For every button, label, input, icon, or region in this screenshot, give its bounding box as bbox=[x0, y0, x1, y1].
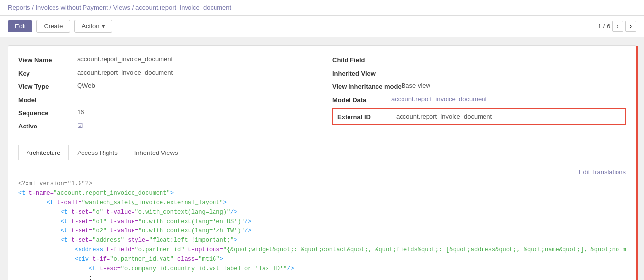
view-type-value: QWeb bbox=[77, 82, 95, 89]
view-name-row: View Name account.report_invoice_documen… bbox=[18, 55, 312, 64]
tabs: Architecture Access Rights Inherited Vie… bbox=[18, 145, 626, 160]
sequence-label: Sequence bbox=[18, 108, 77, 117]
key-value: account.report_invoice_document bbox=[77, 69, 173, 76]
model-label: Model bbox=[18, 95, 77, 103]
tab-content-architecture: Edit Translations <?xml version="1.0"?> … bbox=[18, 160, 626, 280]
edit-translations-button[interactable]: Edit Translations bbox=[18, 168, 626, 176]
external-id-row: External ID account.report_invoice_docum… bbox=[332, 108, 626, 125]
view-inheritance-mode-label: View inheritance mode bbox=[332, 82, 402, 90]
model-row: Model bbox=[18, 95, 312, 103]
toolbar: Edit Create Action ▾ 1 / 6 ‹ › bbox=[0, 16, 644, 37]
create-button[interactable]: Create bbox=[36, 20, 70, 33]
sequence-row: Sequence 16 bbox=[18, 108, 312, 117]
accent-bar bbox=[636, 46, 638, 280]
active-checkbox[interactable]: ☑ bbox=[77, 122, 83, 129]
code-block: <?xml version="1.0"?> <t t-name="account… bbox=[18, 179, 626, 280]
view-name-value: account.report_invoice_document bbox=[77, 55, 173, 63]
tab-inherited-views[interactable]: Inherited Views bbox=[126, 145, 187, 160]
breadcrumb: Reports / Invoices without Payment / Vie… bbox=[8, 4, 231, 11]
child-field-row: Child Field bbox=[332, 55, 626, 64]
form-right: Child Field Inherited View View inherita… bbox=[322, 55, 626, 135]
pagination-text: 1 / 6 bbox=[598, 23, 610, 30]
form-grid: View Name account.report_invoice_documen… bbox=[18, 55, 626, 135]
inherited-view-label: Inherited View bbox=[332, 69, 391, 77]
model-data-label: Model Data bbox=[332, 95, 391, 103]
chevron-down-icon: ▾ bbox=[102, 23, 105, 30]
model-data-row: Model Data account.report_invoice_docume… bbox=[332, 95, 626, 103]
external-id-value: account.report_invoice_document bbox=[396, 113, 492, 120]
external-id-label: External ID bbox=[337, 112, 396, 121]
view-type-row: View Type QWeb bbox=[18, 82, 312, 90]
active-row: Active ☑ bbox=[18, 122, 312, 130]
top-bar: Reports / Invoices without Payment / Vie… bbox=[0, 0, 644, 16]
action-label: Action bbox=[81, 23, 99, 30]
child-field-label: Child Field bbox=[332, 55, 391, 64]
view-name-label: View Name bbox=[18, 55, 77, 64]
pagination: 1 / 6 ‹ › bbox=[598, 21, 636, 32]
main-content: View Name account.report_invoice_documen… bbox=[0, 37, 644, 280]
sequence-value: 16 bbox=[77, 108, 84, 116]
key-label: Key bbox=[18, 69, 77, 77]
tab-access-rights[interactable]: Access Rights bbox=[69, 145, 126, 160]
inherited-view-row: Inherited View bbox=[332, 69, 626, 77]
model-data-value[interactable]: account.report_invoice_document bbox=[391, 95, 487, 102]
next-button[interactable]: › bbox=[625, 21, 636, 32]
action-button[interactable]: Action ▾ bbox=[74, 20, 112, 33]
view-inheritance-mode-value: Base view bbox=[402, 82, 430, 89]
key-row: Key account.report_invoice_document bbox=[18, 69, 312, 77]
active-label: Active bbox=[18, 122, 77, 130]
form-left: View Name account.report_invoice_documen… bbox=[18, 55, 322, 135]
edit-button[interactable]: Edit bbox=[8, 20, 32, 32]
view-type-label: View Type bbox=[18, 82, 77, 90]
prev-button[interactable]: ‹ bbox=[612, 21, 623, 32]
tab-architecture[interactable]: Architecture bbox=[18, 145, 69, 160]
form-panel: View Name account.report_invoice_documen… bbox=[8, 45, 636, 280]
view-inheritance-mode-row: View inheritance mode Base view bbox=[332, 82, 626, 90]
